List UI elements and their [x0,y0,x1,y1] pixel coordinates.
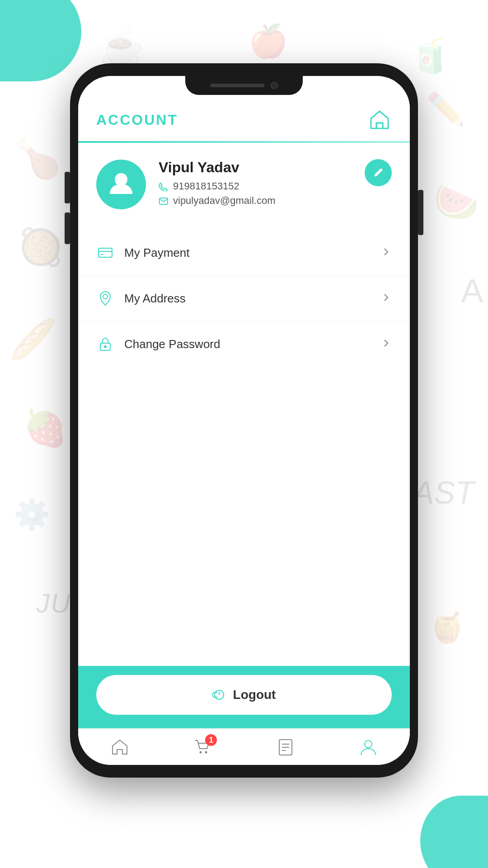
doodle-honey: 🍯 [429,610,465,645]
teal-blob-top-left [0,0,81,81]
doodle-ast: AST [413,475,474,511]
doodle-wheel: ⚙️ [14,497,50,532]
nav-item-home[interactable] [110,737,130,757]
menu-item-payment[interactable]: My Payment [78,230,410,276]
avatar [96,160,146,209]
doodle-bread: 🥖 [9,316,57,362]
chevron-right-icon-2 [380,292,392,305]
bottom-nav: 1 [78,728,410,765]
svg-point-8 [104,346,106,348]
nav-item-orders[interactable] [276,737,296,757]
menu-section: My Payment My Address [78,226,410,371]
teal-blob-bottom-right [420,796,488,868]
vol-up-button [65,172,70,203]
svg-rect-3 [99,248,112,257]
page-title: ACCOUNT [96,112,178,128]
avatar-icon [105,168,137,201]
svg-rect-0 [376,123,383,128]
app-content: ACCOUNT [78,95,410,765]
header: ACCOUNT [78,95,410,141]
menu-item-address[interactable]: My Address [78,276,410,321]
power-button [418,190,423,235]
doodle-watermelon: 🍉 [434,181,479,223]
svg-point-1 [115,173,127,186]
nav-item-cart[interactable]: 1 [192,737,212,757]
lock-icon [96,335,114,353]
notch-bar [210,84,264,87]
logout-button[interactable]: Logout [96,675,392,715]
svg-point-17 [365,741,372,748]
phone-notch [185,76,303,95]
profile-info: Vipul Yadav 919818153152 vipulyadav@gmai… [159,159,392,209]
notch-camera [271,82,278,89]
home-icon[interactable] [367,108,392,132]
svg-point-12 [205,751,207,754]
phone-frame: ACCOUNT [70,63,418,778]
menu-password-label: Change Password [124,337,380,351]
doodle-chicken: 🍗 [14,136,61,181]
credit-card-icon [96,244,114,262]
chevron-right-icon-3 [380,337,392,351]
logout-label: Logout [233,688,276,702]
doodle-letter-a: A [461,271,483,310]
nav-item-account[interactable] [358,737,378,757]
logout-section: Logout [78,666,410,728]
profile-name: Vipul Yadav [159,159,392,176]
doodle-strawberry: 🍓 [23,407,68,449]
cart-badge: 1 [205,734,217,746]
doodle-food: 🥘 [18,226,63,269]
vol-down-button [65,212,70,244]
profile-phone-number: 919818153152 [173,180,239,192]
edit-profile-button[interactable] [365,159,392,186]
profile-card: Vipul Yadav 919818153152 vipulyadav@gmai… [78,143,410,226]
doodle-scribble: ✏️ [426,90,465,127]
svg-point-11 [200,751,202,754]
doodle-fruit1: 🍎 [249,23,288,60]
map-pin-icon [96,289,114,307]
profile-phone: 919818153152 [159,180,392,192]
content-spacer [78,371,410,666]
chevron-right-icon [380,246,392,259]
svg-point-6 [103,294,108,299]
profile-email: vipulyadav@gmail.com [159,195,392,207]
doodle-juice: 🧃 [409,36,452,76]
menu-address-label: My Address [124,292,380,306]
menu-payment-label: My Payment [124,246,380,260]
phone-screen: ACCOUNT [78,76,410,765]
profile-email-address: vipulyadav@gmail.com [173,195,276,207]
menu-item-password[interactable]: Change Password [78,321,410,367]
